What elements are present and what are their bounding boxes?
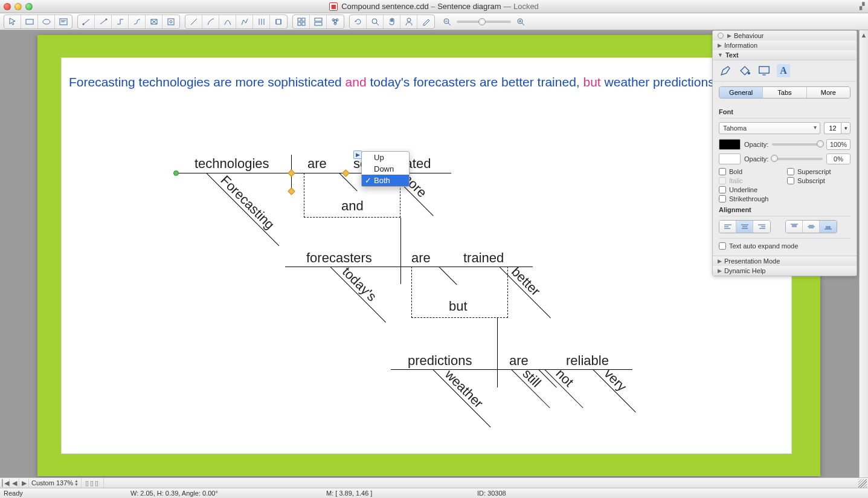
section-dynhelp[interactable]: ▶Dynamic Help <box>713 266 857 276</box>
connector-1[interactable] <box>78 15 95 28</box>
align-left[interactable] <box>719 221 736 233</box>
connector-2[interactable] <box>95 15 112 28</box>
popup-option-both[interactable]: Both <box>362 175 409 186</box>
section-text[interactable]: ▼Text <box>713 50 857 60</box>
underline-checkbox[interactable] <box>719 186 726 193</box>
page-first[interactable]: ⎮◀ <box>0 479 10 488</box>
svg-point-31 <box>748 72 750 74</box>
opacity-fill-knob[interactable] <box>771 155 778 162</box>
handle-div-1b[interactable] <box>288 187 295 195</box>
grid-2[interactable] <box>310 15 327 28</box>
select-tool[interactable] <box>4 15 21 28</box>
page-next[interactable]: ▶ <box>19 479 29 488</box>
popup-toggle[interactable]: ▶ <box>353 150 362 159</box>
page[interactable]: Forecasting technologies are more sophis… <box>62 58 791 453</box>
zoom-tool[interactable] <box>367 15 384 28</box>
check-autoexpand[interactable]: Text auto expand mode <box>719 242 850 250</box>
view-dots[interactable]: ▯▯▯ <box>82 478 104 488</box>
handle-div-1a[interactable] <box>288 169 295 177</box>
align-right[interactable] <box>753 221 770 233</box>
opacity-text-knob[interactable] <box>817 140 824 147</box>
zoom-level[interactable]: Custom 137%▲▼ <box>29 478 82 488</box>
opacity-text-value[interactable]: 100% <box>826 139 850 150</box>
line-3[interactable] <box>219 15 236 28</box>
check-superscript[interactable]: Superscript <box>787 168 850 175</box>
scroll-up-icon[interactable]: ▲ <box>860 30 868 39</box>
tab-more[interactable]: More <box>807 87 850 98</box>
handle-start-1[interactable] <box>173 170 179 176</box>
title-locked: Locked <box>513 2 539 11</box>
line-6[interactable] <box>270 15 287 28</box>
zoom-stepper[interactable]: ▲▼ <box>74 479 79 487</box>
tab-general[interactable]: General <box>719 87 763 98</box>
eyedropper-tool[interactable] <box>417 15 434 28</box>
bold-checkbox[interactable] <box>719 168 726 175</box>
section-information[interactable]: ▶Information <box>713 40 857 50</box>
line-5[interactable] <box>253 15 270 28</box>
connector-5[interactable] <box>146 15 162 28</box>
zoom-track[interactable] <box>457 21 511 23</box>
check-strike[interactable]: Strikethrough <box>719 195 782 202</box>
pen-icon[interactable] <box>719 64 732 77</box>
resize-grip-icon[interactable] <box>858 479 867 488</box>
valign-middle[interactable] <box>803 221 820 233</box>
text-tool[interactable] <box>55 15 72 28</box>
check-bold[interactable]: Bold <box>719 168 782 175</box>
user-tool[interactable] <box>400 15 417 28</box>
font-size-stepper[interactable]: ▾ <box>824 122 850 134</box>
ellipse-tool[interactable] <box>38 15 55 28</box>
connector-6[interactable] <box>162 15 179 28</box>
opacity-fill-value[interactable]: 0% <box>826 154 850 164</box>
sup-checkbox[interactable] <box>787 168 794 175</box>
zoom-in-icon[interactable] <box>516 17 526 27</box>
connector-3[interactable] <box>112 15 129 28</box>
valign-top[interactable] <box>786 221 803 233</box>
page-prev[interactable]: ◀ <box>10 479 19 488</box>
align-center[interactable] <box>736 221 753 233</box>
check-underline[interactable]: Underline <box>719 186 782 193</box>
connector-4[interactable] <box>129 15 146 28</box>
section-presentation-label: Presentation Mode <box>724 257 780 265</box>
grid-3[interactable] <box>327 15 344 28</box>
rectangle-tool[interactable] <box>21 15 38 28</box>
svg-point-21 <box>372 19 377 24</box>
section-presentation[interactable]: ▶Presentation Mode <box>713 256 857 266</box>
grid-1[interactable] <box>293 15 310 28</box>
zoom-button[interactable] <box>25 3 33 10</box>
fill-color-swatch[interactable] <box>719 154 741 164</box>
tab-tabs[interactable]: Tabs <box>763 87 806 98</box>
fill-icon[interactable] <box>738 64 751 77</box>
vertical-scrollbar[interactable]: ▲ <box>859 30 868 477</box>
hand-tool[interactable] <box>384 15 400 28</box>
section-behaviour[interactable]: ▶Behaviour <box>713 31 857 40</box>
autoexpand-checkbox[interactable] <box>719 242 726 250</box>
minimize-button[interactable] <box>14 3 22 10</box>
zoom-out-icon[interactable] <box>442 17 452 27</box>
inspector-panel: ▶Behaviour ▶Information ▼Text A General … <box>712 30 857 276</box>
popup-option-down[interactable]: Down <box>362 163 409 175</box>
text-color-swatch[interactable] <box>719 139 741 150</box>
zoom-thumb[interactable] <box>478 18 486 25</box>
h-align-group <box>719 220 771 233</box>
font-a-icon[interactable]: A <box>777 64 790 77</box>
popup-option-up[interactable]: Up <box>362 152 409 163</box>
close-button[interactable] <box>4 3 11 10</box>
status-id: ID: 30308 <box>477 490 506 497</box>
font-size-step[interactable]: ▾ <box>841 122 850 134</box>
refresh-tool[interactable] <box>350 15 367 28</box>
svg-rect-15 <box>302 22 305 25</box>
screen-icon[interactable] <box>757 64 771 77</box>
line-4[interactable] <box>236 15 253 28</box>
sub-checkbox[interactable] <box>787 177 794 184</box>
bottom-nav-bar: ⎮◀ ◀ ▶ Custom 137%▲▼ ▯▯▯ <box>0 477 868 488</box>
font-select[interactable]: Tahoma <box>719 122 820 134</box>
strike-checkbox[interactable] <box>719 195 726 202</box>
title-filename: Compound sentence.cdd <box>341 2 429 11</box>
check-subscript[interactable]: Subscript <box>787 177 850 184</box>
opacity-text-slider[interactable] <box>772 143 823 146</box>
font-size-input[interactable] <box>824 122 841 134</box>
line-1[interactable] <box>185 15 202 28</box>
opacity-fill-slider[interactable] <box>772 158 823 160</box>
line-2[interactable] <box>202 15 219 28</box>
valign-bottom[interactable] <box>820 221 837 233</box>
